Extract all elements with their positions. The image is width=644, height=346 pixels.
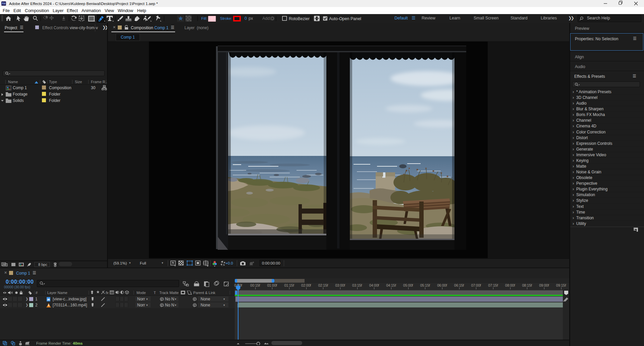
svg-text:RotoBezier: RotoBezier xyxy=(289,16,310,21)
svg-text:8 bpc: 8 bpc xyxy=(38,263,47,267)
svg-text:Fill:: Fill: xyxy=(201,16,207,20)
svg-text:0: 0 xyxy=(245,16,247,21)
svg-text:Auto-Open Panel: Auto-Open Panel xyxy=(329,16,361,21)
svg-text:Add:: Add: xyxy=(262,16,271,21)
svg-text:Stroke:: Stroke: xyxy=(220,16,232,20)
svg-text:fx: fx xyxy=(106,291,109,295)
svg-text:px: px xyxy=(249,16,253,21)
